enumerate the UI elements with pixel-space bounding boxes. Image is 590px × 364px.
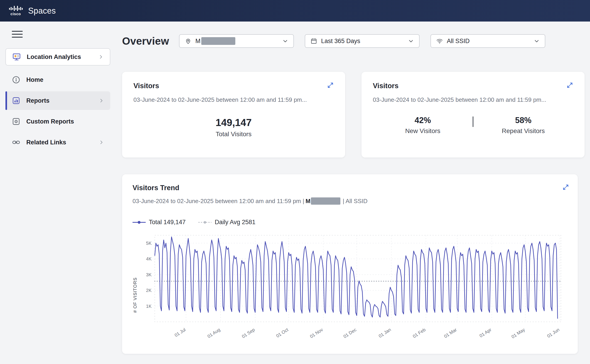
cisco-logo-bars bbox=[9, 6, 23, 12]
sidebar-item-home[interactable]: Home bbox=[6, 71, 110, 89]
sidebar-item-reports[interactable]: Reports bbox=[6, 91, 110, 110]
expand-icon[interactable] bbox=[327, 82, 334, 89]
trend-subtitle: 03-June-2024 to 02-June-2025 between 12:… bbox=[133, 197, 569, 205]
svg-text:01 Jun: 01 Jun bbox=[546, 327, 560, 339]
location-analytics-icon bbox=[12, 52, 21, 62]
card-subtitle: 03-June-2024 to 02-June-2025 between 12:… bbox=[134, 96, 334, 104]
repeat-visitors-label: Repeat Visitors bbox=[495, 127, 552, 135]
svg-text:01 Apr: 01 Apr bbox=[479, 327, 492, 338]
legend-total[interactable]: Total 149,147 bbox=[133, 219, 186, 226]
page-title: Overview bbox=[122, 35, 169, 47]
date-range-value: Last 365 Days bbox=[321, 38, 360, 45]
sidebar-item-label: Home bbox=[26, 76, 43, 83]
legend-avg-swatch bbox=[198, 221, 212, 224]
total-visitors-card: Visitors 03-June-2024 to 02-June-2025 be… bbox=[122, 72, 345, 157]
menu-hamburger-icon[interactable] bbox=[12, 30, 23, 38]
legend-daily-avg[interactable]: Daily Avg 2581 bbox=[198, 219, 255, 226]
chevron-right-icon bbox=[99, 139, 104, 145]
svg-text:01 Oct: 01 Oct bbox=[275, 327, 289, 339]
reports-icon bbox=[11, 96, 21, 105]
new-visitors-label: New Visitors bbox=[394, 127, 451, 135]
sidebar-item-label: Location Analytics bbox=[27, 53, 81, 60]
svg-text:01 Aug: 01 Aug bbox=[207, 327, 221, 339]
expand-icon[interactable] bbox=[566, 82, 573, 89]
total-visitors-value: 149,147 bbox=[134, 117, 334, 128]
total-visitors-label: Total Visitors bbox=[134, 130, 334, 138]
card-title: Visitors bbox=[373, 82, 398, 90]
svg-text:01 Jan: 01 Jan bbox=[378, 327, 392, 339]
chevron-right-icon bbox=[99, 98, 104, 104]
redacted-location-name bbox=[311, 197, 340, 205]
visitors-trend-chart: 1K2K3K4K5K01 Jul01 Aug01 Sep01 Oct01 Nov… bbox=[138, 233, 564, 342]
card-title: Visitors Trend bbox=[133, 184, 179, 192]
chevron-right-icon bbox=[98, 54, 104, 60]
sidebar-item-location-analytics[interactable]: Location Analytics bbox=[6, 48, 110, 65]
svg-text:5K: 5K bbox=[146, 241, 152, 246]
app-title: Spaces bbox=[28, 6, 56, 16]
trend-subtitle-range: 03-June-2024 to 02-June-2025 between 12:… bbox=[133, 198, 304, 205]
card-title: Visitors bbox=[134, 82, 159, 90]
link-icon bbox=[11, 137, 21, 147]
chevron-down-icon bbox=[282, 38, 288, 44]
repeat-visitors-pct: 58% bbox=[495, 116, 552, 125]
chart-legend: Total 149,147 Daily Avg 2581 bbox=[133, 219, 569, 226]
custom-reports-icon bbox=[11, 117, 21, 126]
y-axis-title: # OF VISITORS bbox=[133, 233, 138, 342]
svg-text:01 Dec: 01 Dec bbox=[342, 327, 357, 339]
cisco-wordmark: cisco bbox=[10, 12, 21, 16]
wifi-icon bbox=[436, 37, 443, 45]
chevron-down-icon bbox=[534, 38, 540, 44]
legend-total-label: Total 149,147 bbox=[149, 219, 186, 226]
expand-icon[interactable] bbox=[562, 184, 569, 191]
svg-text:1K: 1K bbox=[146, 304, 152, 309]
sidebar-item-label: Reports bbox=[26, 97, 49, 104]
sidebar-item-related-links[interactable]: Related Links bbox=[6, 133, 110, 152]
svg-text:01 Jul: 01 Jul bbox=[174, 327, 187, 338]
visitors-trend-card: Visitors Trend 03-June-2024 to 02-June-2… bbox=[122, 174, 578, 354]
sidebar: Location Analytics Home bbox=[0, 21, 116, 364]
svg-text:01 Sep: 01 Sep bbox=[241, 327, 256, 339]
redacted-location-name bbox=[201, 37, 235, 45]
info-icon bbox=[11, 75, 21, 84]
sidebar-item-label: Related Links bbox=[26, 139, 66, 146]
svg-text:01 May: 01 May bbox=[510, 327, 526, 339]
svg-text:01 Nov: 01 Nov bbox=[309, 327, 324, 339]
location-pin-icon bbox=[184, 37, 192, 45]
date-range-dropdown[interactable]: Last 365 Days bbox=[305, 34, 420, 48]
trend-subtitle-ssid: | All SSID bbox=[343, 198, 367, 205]
svg-text:01 Mar: 01 Mar bbox=[443, 327, 458, 339]
ssid-filter-value: All SSID bbox=[447, 38, 470, 45]
app-header: cisco Spaces bbox=[0, 0, 590, 21]
calendar-icon bbox=[310, 37, 317, 45]
svg-text:2K: 2K bbox=[146, 288, 152, 293]
sidebar-item-custom-reports[interactable]: Custom Reports bbox=[6, 112, 110, 131]
legend-total-swatch bbox=[133, 221, 146, 224]
ssid-filter-dropdown[interactable]: All SSID bbox=[430, 34, 545, 48]
sidebar-item-label: Custom Reports bbox=[26, 118, 74, 125]
cisco-logo: cisco bbox=[9, 6, 23, 16]
svg-text:01 Feb: 01 Feb bbox=[412, 327, 426, 339]
svg-text:4K: 4K bbox=[146, 256, 152, 261]
legend-avg-label: Daily Avg 2581 bbox=[215, 219, 255, 226]
location-filter-dropdown[interactable]: M bbox=[179, 34, 294, 48]
trend-subtitle-site: M bbox=[305, 198, 310, 205]
stat-divider bbox=[473, 117, 473, 127]
svg-text:3K: 3K bbox=[146, 272, 152, 277]
visitor-split-card: Visitors 03-June-2024 to 02-June-2025 be… bbox=[362, 72, 584, 157]
main-content: Overview M bbox=[116, 21, 590, 364]
new-visitors-pct: 42% bbox=[394, 116, 451, 125]
location-filter-value: M bbox=[195, 38, 201, 45]
card-subtitle: 03-June-2024 to 02-June-2025 between 12:… bbox=[373, 96, 573, 104]
chevron-down-icon bbox=[408, 38, 414, 44]
